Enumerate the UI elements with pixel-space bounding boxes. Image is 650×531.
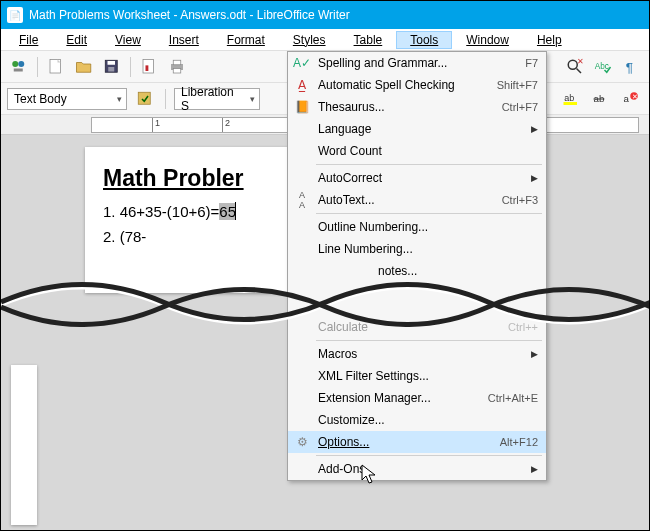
print-button[interactable] bbox=[165, 55, 189, 79]
svg-text:▮: ▮ bbox=[145, 64, 149, 71]
svg-text:ab: ab bbox=[564, 92, 574, 102]
menu-item-xml-filter[interactable]: XML Filter Settings... bbox=[288, 365, 546, 387]
formatting-marks-button[interactable]: ¶ bbox=[619, 55, 643, 79]
export-pdf-button[interactable]: ▮ bbox=[137, 55, 161, 79]
menu-separator bbox=[316, 340, 542, 341]
menu-separator bbox=[316, 213, 542, 214]
menu-item-outline-numbering[interactable]: Outline Numbering... bbox=[288, 216, 546, 238]
svg-text:¶: ¶ bbox=[626, 59, 633, 74]
svg-text:ab: ab bbox=[594, 93, 605, 104]
window-title: Math Problems Worksheet - Answers.odt - … bbox=[29, 8, 350, 22]
title-bar: 📄 Math Problems Worksheet - Answers.odt … bbox=[1, 1, 649, 29]
highlight-button[interactable]: ab bbox=[559, 87, 583, 111]
menu-window[interactable]: Window bbox=[452, 31, 523, 49]
menu-item-thesaurus[interactable]: 📙 Thesaurus... Ctrl+F7 bbox=[288, 96, 546, 118]
menu-item-options[interactable]: ⚙ Options... Alt+F12 bbox=[288, 431, 546, 453]
svg-rect-11 bbox=[173, 60, 181, 65]
svg-rect-7 bbox=[108, 67, 114, 72]
menu-item-language[interactable]: Language ▶ bbox=[288, 118, 546, 140]
font-name-combo[interactable]: Liberation S bbox=[174, 88, 260, 110]
spellcheck-icon: A✓ bbox=[292, 56, 312, 70]
menu-item-autotext[interactable]: AA AutoText... Ctrl+F3 bbox=[288, 189, 546, 211]
menu-view[interactable]: View bbox=[101, 31, 155, 49]
menu-insert[interactable]: Insert bbox=[155, 31, 213, 49]
app-icon: 📄 bbox=[7, 7, 23, 23]
menu-item-addons[interactable]: Add-Ons ▶ bbox=[288, 458, 546, 480]
svg-text:a: a bbox=[624, 93, 630, 104]
paragraph-style-combo[interactable]: Text Body bbox=[7, 88, 127, 110]
text-caret bbox=[235, 202, 236, 220]
menu-item-calculate: Calculate Ctrl++ bbox=[288, 316, 546, 338]
menu-edit[interactable]: Edit bbox=[52, 31, 101, 49]
submenu-arrow-icon: ▶ bbox=[528, 349, 538, 359]
menu-table[interactable]: Table bbox=[340, 31, 397, 49]
menu-item-macros[interactable]: Macros ▶ bbox=[288, 343, 546, 365]
clear-formatting-button[interactable]: a✕ bbox=[619, 87, 643, 111]
zoom-button[interactable]: ✕ bbox=[563, 55, 587, 79]
menu-styles[interactable]: Styles bbox=[279, 31, 340, 49]
svg-text:✕: ✕ bbox=[632, 93, 638, 100]
submenu-arrow-icon: ▶ bbox=[528, 173, 538, 183]
menu-separator bbox=[316, 455, 542, 456]
svg-rect-6 bbox=[108, 61, 116, 65]
svg-point-1 bbox=[18, 61, 24, 67]
menu-separator bbox=[316, 164, 542, 165]
svg-rect-20 bbox=[564, 102, 578, 105]
auto-spellcheck-icon: A̲ bbox=[292, 78, 312, 92]
menu-tools[interactable]: Tools bbox=[396, 31, 452, 49]
menu-file[interactable]: File bbox=[5, 31, 52, 49]
find-replace-button[interactable] bbox=[7, 55, 31, 79]
menu-item-word-count[interactable]: Word Count bbox=[288, 140, 546, 162]
text-selection[interactable]: 65 bbox=[219, 203, 236, 220]
tools-menu-dropdown: A✓ Spelling and Grammar... F7 A̲ Automat… bbox=[287, 51, 547, 481]
submenu-arrow-icon: ▶ bbox=[528, 124, 538, 134]
menu-item-autocorrect[interactable]: AutoCorrect ▶ bbox=[288, 167, 546, 189]
save-button[interactable] bbox=[100, 55, 124, 79]
new-button[interactable] bbox=[44, 55, 68, 79]
menu-help[interactable]: Help bbox=[523, 31, 576, 49]
svg-rect-2 bbox=[14, 68, 23, 71]
svg-rect-12 bbox=[173, 68, 181, 73]
gear-icon: ⚙ bbox=[292, 435, 312, 449]
menu-item-line-numbering[interactable]: Line Numbering... bbox=[288, 238, 546, 260]
page-edge bbox=[11, 365, 37, 525]
strikethrough-button[interactable]: ab bbox=[589, 87, 613, 111]
svg-text:Abc: Abc bbox=[595, 61, 609, 70]
submenu-arrow-icon: ▶ bbox=[528, 464, 538, 474]
svg-line-14 bbox=[577, 68, 582, 73]
autotext-icon: AA bbox=[292, 190, 312, 210]
menu-item-footnotes[interactable]: notes... bbox=[288, 260, 546, 282]
update-style-button[interactable] bbox=[133, 87, 157, 111]
open-button[interactable] bbox=[72, 55, 96, 79]
menu-item-extension-manager[interactable]: Extension Manager... Ctrl+Alt+E bbox=[288, 387, 546, 409]
svg-point-0 bbox=[12, 61, 18, 67]
menu-item-customize[interactable]: Customize... bbox=[288, 409, 546, 431]
menu-item-auto-spellcheck[interactable]: A̲ Automatic Spell Checking Shift+F7 bbox=[288, 74, 546, 96]
svg-rect-18 bbox=[138, 92, 150, 104]
menu-bar: File Edit View Insert Format Styles Tabl… bbox=[1, 29, 649, 51]
thesaurus-icon: 📙 bbox=[292, 100, 312, 114]
menu-item-spelling[interactable]: A✓ Spelling and Grammar... F7 bbox=[288, 52, 546, 74]
spellcheck-button[interactable]: Abc bbox=[591, 55, 615, 79]
svg-text:✕: ✕ bbox=[577, 58, 584, 66]
menu-format[interactable]: Format bbox=[213, 31, 279, 49]
svg-point-13 bbox=[568, 60, 577, 69]
